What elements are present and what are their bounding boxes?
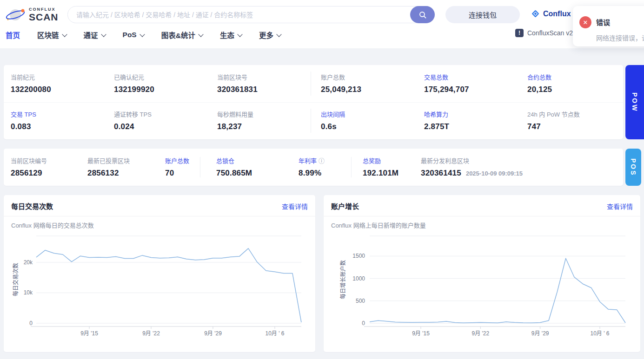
stat-value: 132200080 [11,85,51,94]
nav-item-通证[interactable]: 通证 [84,30,106,40]
search-bar [67,6,435,23]
stat-交易总数: 交易总数175,294,707 [424,72,469,94]
column-divider [311,109,311,133]
svg-text:9月 '29: 9月 '29 [531,330,549,337]
error-toast[interactable]: ✕ 错误 网络连接错误，请 [573,6,644,46]
main-nav: 首页区块链通证PoS图表&统计生态更多 [6,27,281,43]
stat-label: 账户总数 [321,72,361,81]
svg-text:10月 ' 6: 10月 ' 6 [266,330,285,337]
chevron-down-icon [101,32,106,37]
stat-最新已投票区块: 最新已投票区块2856132 [87,156,130,178]
stat-label: 通证转移 TPS [114,110,152,118]
view-details-link[interactable]: 查看详情 [282,202,308,211]
stat-账户总数: 账户总数25,049,213 [321,72,361,94]
nav-item-图表&统计[interactable]: 图表&统计 [161,30,203,40]
chart-subtitle: Conflux 网络上每日新增的账户数量 [324,216,640,229]
stat-已确认纪元: 已确认纪元132199920 [114,72,154,94]
stat-label: 当前区块号 [217,72,258,81]
stat-当前区块编号: 当前区块编号2856129 [11,156,47,178]
stat-label: 当前区块编号 [11,156,47,165]
stat-value: 0.083 [11,122,36,131]
svg-text:9月 '22: 9月 '22 [472,330,490,337]
stat-label: 每秒燃料用量 [217,110,253,118]
stat-value: 0.6s [321,122,345,131]
stat-value: 750.865M [216,169,252,178]
stat-出块间隔: 出块间隔0.6s [321,110,345,131]
version-banner[interactable]: ! ConfluxScan v2 [515,29,573,37]
stat-账户总数: 账户总数70 [165,156,189,178]
stat-label[interactable]: 哈希算力 [424,110,449,118]
search-input[interactable] [67,6,435,23]
stat-value: 18,237 [217,122,253,131]
stat-value: 25,049,213 [321,85,361,94]
stat-label[interactable]: 出块间隔 [321,110,345,118]
stat-label[interactable]: 年利率ⓘ [299,156,325,165]
search-icon [418,11,427,19]
daily-transactions-chart-card: 每日交易次数 查看详情 Conflux 网络每日的交易总次数 010k20k9月… [4,195,315,352]
view-details-link[interactable]: 查看详情 [607,202,633,211]
stat-label[interactable]: 账户总数 [165,156,189,165]
stat-value: 70 [165,169,189,178]
stat-当前区块号: 当前区块号320361831 [217,72,258,94]
nav-item-label: 图表&统计 [161,30,195,40]
search-button[interactable] [410,6,435,23]
conflux-network-icon [531,9,540,18]
toast-title: 错误 [596,17,610,27]
svg-text:0: 0 [29,320,33,326]
stat-value: 747 [527,122,580,131]
version-label: ConfluxScan v2 [527,29,573,37]
alert-bubble-icon: ! [515,29,524,37]
stat-label[interactable]: 交易总数 [424,72,469,81]
nav-item-生态[interactable]: 生态 [220,30,242,40]
stat-label[interactable]: 总奖励 [363,156,398,165]
stat-value: 3203614152025-10-09 09:09:15 [421,169,523,178]
stat-value: 175,294,707 [424,85,469,94]
pos-tab[interactable]: POS [625,149,641,186]
svg-text:每日增长账户数: 每日增长账户数 [339,260,346,299]
stat-value: 192.101M [363,169,398,178]
stat-当前纪元: 当前纪元132200080 [11,72,51,94]
svg-text:每日交易次数: 每日交易次数 [12,263,19,296]
chart-header: 每日交易次数 查看详情 [4,195,315,216]
stat-哈希算力: 哈希算力2.875T [424,110,449,131]
connect-wallet-button[interactable]: 连接钱包 [445,6,520,23]
nav-item-首页[interactable]: 首页 [6,30,20,40]
nav-item-label: 首页 [6,30,20,40]
nav-item-label: 区块链 [37,30,59,40]
pow-stat-row: 当前纪元132200080已确认纪元132199920当前区块号32036183… [4,65,623,102]
daily-transactions-plot: 010k20k9月 '159月 '229月 '2910月 ' 6每日交易次数 [4,232,315,352]
chart-canvas: 010k20k9月 '159月 '229月 '2910月 ' 6每日交易次数 [4,232,315,352]
account-growth-chart-card: 账户增长 查看详情 Conflux 网络上每日新增的账户数量 050010001… [324,195,640,352]
pos-stats: 当前区块编号2856129最新已投票区块2856132账户总数70总锁仓750.… [4,149,623,186]
pos-tab-label: POS [630,158,637,176]
nav-item-更多[interactable]: 更多 [259,30,281,40]
stat-label: 最新分发利息区块 [421,156,523,165]
conflux-scan-logo[interactable]: CONFLUX SCAN [6,5,59,24]
svg-text:20k: 20k [24,259,33,266]
nav-item-label: 更多 [259,30,273,40]
chevron-down-icon [237,32,242,37]
pow-tab[interactable]: POW [625,65,644,139]
stat-总锁仓: 总锁仓750.865M [216,156,252,178]
svg-text:9月 '15: 9月 '15 [80,330,98,337]
chevron-down-icon [62,32,67,37]
info-icon[interactable]: ⓘ [319,157,325,164]
stat-交易 TPS: 交易 TPS0.083 [11,110,36,131]
stat-最新分发利息区块: 最新分发利息区块3203614152025-10-09 09:09:15 [421,156,523,178]
svg-text:9月 '29: 9月 '29 [204,330,222,337]
stat-value: 2.875T [424,122,449,131]
pow-tab-label: POW [631,92,638,112]
stat-总奖励: 总奖励192.101M [363,156,398,178]
stat-label[interactable]: 总锁仓 [216,156,252,165]
error-icon: ✕ [579,16,591,28]
stat-label[interactable]: 交易 TPS [11,110,36,118]
chevron-down-icon [139,32,145,37]
stat-label[interactable]: 合约总数 [527,72,552,81]
svg-text:1500: 1500 [352,253,365,259]
nav-item-PoS[interactable]: PoS [123,31,144,39]
column-divider [311,72,311,96]
nav-item-区块链[interactable]: 区块链 [37,30,66,40]
svg-text:500: 500 [356,298,365,304]
account-growth-plot: 0500100015009月 '159月 '229月 '2910月 ' 6每日增… [324,232,640,352]
pos-panel: 当前区块编号2856129最新已投票区块2856132账户总数70总锁仓750.… [4,149,623,186]
